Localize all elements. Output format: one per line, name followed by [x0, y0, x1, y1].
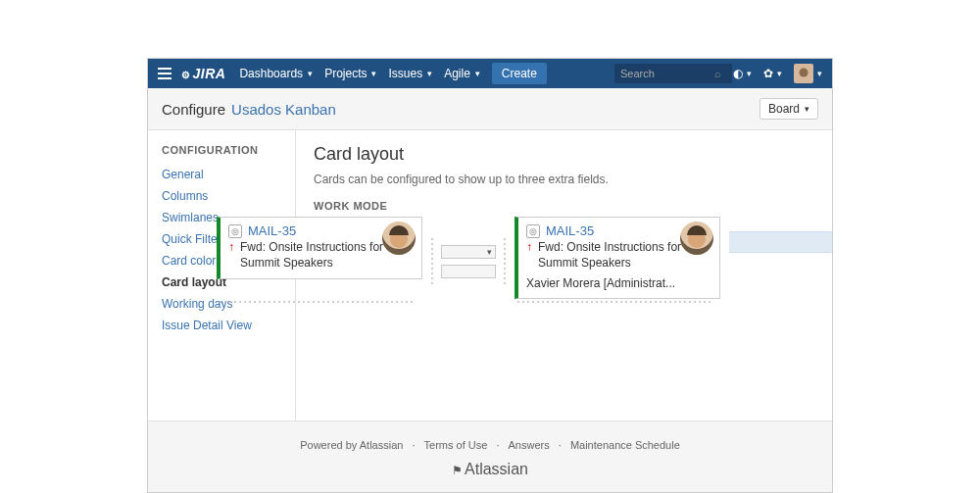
card-preview-left: ◎ MAIL-35 ↑ Fwd: Onsite Instructions for…: [216, 216, 423, 307]
search-icon[interactable]: ⌕: [714, 68, 721, 79]
top-navbar: JIRA Dashboards Projects Issues Agile Cr…: [148, 59, 832, 88]
sidebar-item-issue-detail-view[interactable]: Issue Detail View: [162, 315, 295, 336]
footer-link-powered[interactable]: Powered by Atlassian: [300, 439, 403, 451]
work-mode-label: WORK MODE: [314, 200, 814, 212]
nav-projects[interactable]: Projects: [324, 67, 376, 80]
nav-issues[interactable]: Issues: [388, 67, 432, 80]
issue-key-link[interactable]: MAIL-35: [248, 223, 296, 238]
page-title: Card layout: [314, 144, 814, 165]
issue-key-link[interactable]: MAIL-35: [546, 223, 594, 238]
issue-type-icon: ◎: [526, 224, 540, 238]
main-content: Card layout Cards can be configured to s…: [295, 130, 832, 420]
notifications-icon[interactable]: ◐: [733, 67, 752, 80]
footer-link-answers[interactable]: Answers: [509, 439, 550, 451]
issue-type-icon: ◎: [228, 224, 242, 238]
menu-icon[interactable]: [158, 68, 172, 79]
sidebar-item-columns[interactable]: Columns: [162, 185, 295, 207]
priority-icon: ↑: [526, 240, 532, 254]
footer-link-terms[interactable]: Terms of Use: [424, 439, 488, 451]
resize-dots-side-right: [504, 216, 506, 307]
assignee-avatar: [382, 222, 416, 255]
create-button[interactable]: Create: [492, 63, 547, 84]
page-description: Cards can be configured to show up to th…: [314, 173, 814, 186]
jira-logo[interactable]: JIRA: [181, 66, 225, 81]
gear-icon[interactable]: ✿: [763, 67, 782, 80]
nav-agile[interactable]: Agile: [444, 67, 480, 80]
assignee-avatar: [680, 222, 713, 255]
sidebar-heading: CONFIGURATION: [162, 144, 295, 156]
footer: Powered by Atlassian · Terms of Use · An…: [148, 420, 832, 492]
board-button[interactable]: Board: [760, 98, 818, 120]
sidebar-item-general[interactable]: General: [162, 164, 295, 185]
sub-header: Configure Usados Kanban Board: [148, 88, 832, 130]
configure-label: Configure: [162, 101, 225, 118]
atlassian-brand: Atlassian: [148, 461, 832, 478]
card-preview-right: ◎ MAIL-35 ↑ Fwd: Onsite Instructions for…: [514, 216, 721, 307]
priority-icon: ↑: [228, 240, 234, 254]
field-selector-column: ▾: [441, 216, 496, 307]
user-avatar[interactable]: ▾: [794, 64, 822, 83]
board-name-link[interactable]: Usados Kanban: [231, 101, 336, 118]
nav-dashboards[interactable]: Dashboards: [239, 67, 313, 80]
field-select-2[interactable]: [441, 265, 496, 278]
assignee-name: Xavier Morera [Administrat...: [526, 276, 711, 290]
footer-link-maintenance[interactable]: Maintenance Schedule: [570, 439, 680, 451]
resize-dots-bottom: [517, 301, 710, 307]
resize-dots-bottom: [220, 301, 413, 307]
field-select-1[interactable]: ▾: [441, 245, 496, 259]
resize-dots-side-left: [431, 216, 433, 307]
